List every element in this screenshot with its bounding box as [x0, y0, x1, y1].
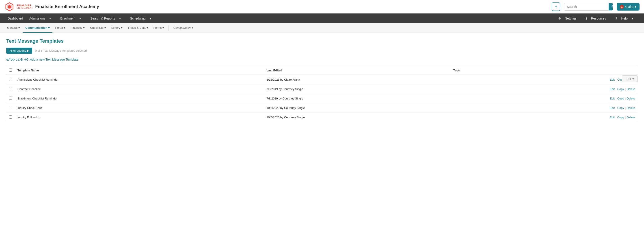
edit-dropdown-button[interactable]: Edit ▾: [622, 75, 638, 82]
action-divider: |: [616, 106, 616, 109]
add-new-label: Add a new Text Message Template: [30, 58, 78, 61]
row-tags: [450, 94, 544, 103]
action-divider: |: [625, 87, 626, 91]
row-action-copy[interactable]: Copy: [617, 87, 624, 91]
sub-nav-item-general[interactable]: General ▾: [4, 23, 23, 33]
sub-nav-item-fields-data[interactable]: Fields & Data ▾: [125, 23, 150, 33]
general-chevron-icon: ▾: [18, 26, 20, 29]
sub-nav-item-configuration[interactable]: Configuration ▾: [170, 23, 196, 33]
filter-options-button[interactable]: Filter options ▶: [6, 48, 32, 54]
sub-nav-item-financial[interactable]: Financial ▾: [68, 23, 88, 33]
help-question-icon: ?: [612, 14, 620, 23]
nav-item-resources[interactable]: ℹ Resources: [580, 14, 609, 23]
row-checkbox-cell: [6, 94, 15, 103]
sub-nav-item-portal[interactable]: Portal ▾: [52, 23, 68, 33]
row-checkbox[interactable]: [9, 115, 12, 119]
add-icon: [24, 58, 28, 61]
add-button[interactable]: +: [552, 3, 560, 11]
row-action-edit[interactable]: Edit: [610, 106, 615, 109]
scheduling-chevron-icon: ▾: [146, 14, 154, 23]
portal-chevron-icon: ▾: [64, 26, 65, 29]
row-actions-cell: Edit | Copy | Delete: [544, 103, 638, 113]
row-checkbox[interactable]: [9, 106, 12, 109]
row-checkbox[interactable]: [9, 87, 12, 90]
row-tags: [450, 103, 544, 113]
row-checkbox[interactable]: [9, 96, 12, 100]
row-checkbox-cell: [6, 75, 15, 84]
action-divider: |: [625, 106, 626, 109]
add-new-link[interactable]: &#oplus;⊕ Add a new Text Message Templat…: [6, 57, 638, 62]
row-action-delete[interactable]: Delete: [626, 106, 635, 109]
row-action-edit[interactable]: Edit: [610, 116, 615, 119]
settings-gear-icon: ⚙: [555, 14, 564, 23]
lottery-chevron-icon: ▾: [121, 26, 122, 29]
templates-table: Template Name Last Edited Tags Admission…: [6, 66, 638, 122]
col-header-tags: Tags: [450, 66, 544, 75]
edit-chevron-icon: ▾: [632, 77, 634, 81]
row-checkbox-cell: [6, 113, 15, 122]
nav-item-enrollment[interactable]: Enrollment ▾: [57, 14, 87, 23]
notification-badge: 1: [620, 5, 624, 9]
row-action-edit[interactable]: Edit: [610, 78, 615, 81]
nav-item-scheduling[interactable]: Scheduling ▾: [127, 14, 158, 23]
table-header-row: Template Name Last Edited Tags: [6, 66, 638, 75]
nav-item-dashboard[interactable]: Dashboard: [4, 14, 26, 23]
search-submit-button[interactable]: 🔍: [608, 3, 613, 10]
checklists-chevron-icon: ▾: [104, 26, 106, 29]
finalsite-logo: [4, 2, 14, 12]
action-divider: |: [625, 97, 626, 100]
select-all-checkbox[interactable]: [9, 68, 12, 72]
search-icon: 🔍: [611, 5, 613, 9]
row-tags: [450, 113, 544, 122]
user-name: Claire: [625, 5, 634, 9]
admissions-chevron-icon: ▾: [46, 14, 54, 23]
edit-label: Edit: [626, 77, 631, 81]
sub-nav-item-forms[interactable]: Forms ▾: [151, 23, 167, 33]
row-last-edited: 10/6/2020 by Courtney Single: [264, 113, 450, 122]
sub-nav-divider: [168, 25, 169, 31]
nav-item-admissions[interactable]: Admissions ▾: [26, 14, 57, 23]
table-row: Inquiry Check-Tour10/6/2020 by Courtney …: [6, 103, 638, 113]
row-action-delete[interactable]: Delete: [626, 87, 635, 91]
resources-info-icon: ℹ: [582, 14, 590, 23]
row-action-copy[interactable]: Copy: [617, 97, 624, 100]
action-divider: |: [625, 116, 626, 119]
add-circle-icon: &#oplus;⊕: [6, 57, 23, 62]
app-title: Finalsite Enrollment Academy: [35, 4, 99, 9]
col-header-last-edited: Last Edited: [264, 66, 450, 75]
nav-item-settings[interactable]: ⚙ Settings: [552, 14, 580, 23]
logo-area: FINALSITE ENROLLMENT Finalsite Enrollmen…: [4, 2, 99, 12]
enrollment-chevron-icon: ▾: [76, 14, 84, 23]
row-actions-cell: Edit | Copy | Delete: [544, 94, 638, 103]
row-checkbox-cell: [6, 84, 15, 94]
row-last-edited: 7/8/2019 by Courtney Single: [264, 84, 450, 94]
action-divider: |: [616, 116, 616, 119]
nav-item-help[interactable]: ? Help ▾: [609, 14, 640, 23]
sub-nav-item-checklists[interactable]: Checklists ▾: [88, 23, 108, 33]
row-action-edit[interactable]: Edit: [610, 87, 615, 91]
configuration-chevron-icon: ▾: [192, 26, 193, 29]
row-template-name: Inquiry Follow-Up: [15, 113, 264, 122]
row-action-copy[interactable]: Copy: [617, 116, 624, 119]
row-action-delete[interactable]: Delete: [626, 97, 635, 100]
sub-nav: General ▾ Communication ▾ Portal ▾ Finan…: [0, 23, 644, 33]
table-row: Contract Deadline7/8/2019 by Courtney Si…: [6, 84, 638, 94]
row-action-copy[interactable]: Copy: [617, 106, 624, 109]
search-input[interactable]: [564, 3, 608, 10]
user-menu-button[interactable]: 1 Claire ▾: [617, 3, 640, 11]
row-template-name: Contract Deadline: [15, 84, 264, 94]
sub-nav-item-communication[interactable]: Communication ▾: [23, 23, 52, 33]
row-actions-cell: Edit | Copy | Delete: [544, 84, 638, 94]
user-chevron-icon: ▾: [635, 5, 636, 9]
forms-chevron-icon: ▾: [162, 26, 164, 29]
row-action-edit[interactable]: Edit: [610, 97, 615, 100]
table-row: Inquiry Follow-Up10/6/2020 by Courtney S…: [6, 113, 638, 122]
row-checkbox-cell: [6, 103, 15, 113]
row-actions: Edit | Copy | Delete: [547, 106, 635, 109]
filter-row: Filter options ▶ 0 of 5 Text Message Tem…: [6, 48, 638, 54]
row-action-delete[interactable]: Delete: [626, 116, 635, 119]
row-checkbox[interactable]: [9, 78, 12, 81]
sub-nav-item-lottery[interactable]: Lottery ▾: [109, 23, 126, 33]
page-content: Edit ▾ Text Message Templates Filter opt…: [0, 33, 644, 128]
nav-item-search-reports[interactable]: Search & Reports ▾: [87, 14, 127, 23]
